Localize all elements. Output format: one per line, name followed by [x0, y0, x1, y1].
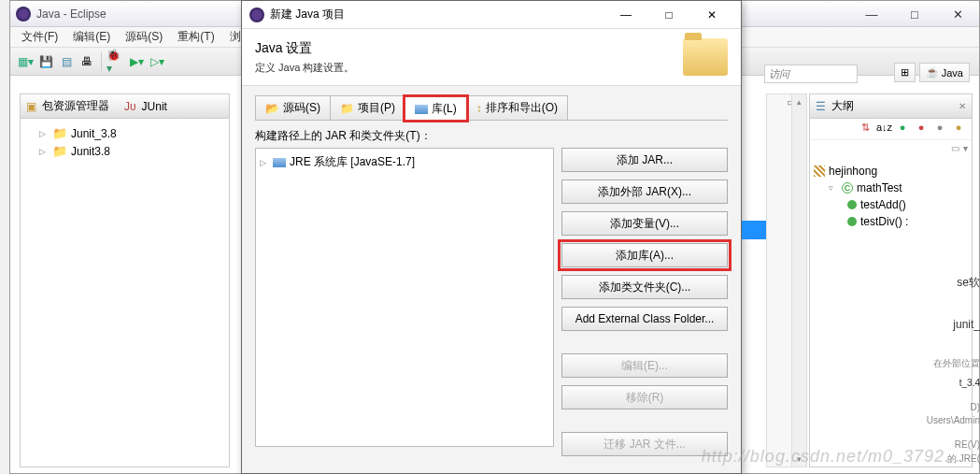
expand-icon[interactable]: ▷: [39, 129, 49, 138]
outline-tree: hejinhong ▿ C mathTest testAdd() testDiv…: [810, 159, 972, 234]
project-icon: 📁: [52, 126, 67, 140]
tab-order-export[interactable]: ↕排序和导出(O): [466, 95, 568, 120]
package-label: hejinhong: [829, 165, 877, 178]
method-node[interactable]: testAdd(): [814, 196, 968, 213]
vertical-scrollbar[interactable]: ▴ ▾: [791, 94, 806, 467]
debug-icon[interactable]: 🐞▾: [107, 52, 125, 71]
dialog-header-text: Java 设置 定义 Java 构建设置。: [255, 40, 354, 75]
junit-tab-icon[interactable]: Jυ: [124, 100, 136, 113]
library-icon: [415, 105, 428, 114]
dialog-header: Java 设置 定义 Java 构建设置。: [242, 29, 741, 86]
edit-button: 编辑(E)...: [561, 353, 728, 378]
close-button[interactable]: ✕: [936, 1, 979, 27]
minimize-button[interactable]: —: [850, 1, 893, 27]
class-label: mathTest: [857, 181, 902, 194]
package-node[interactable]: hejinhong: [814, 163, 968, 180]
expand-icon[interactable]: ▷: [260, 158, 269, 167]
eclipse-icon: [16, 7, 31, 22]
library-icon: [273, 158, 286, 167]
quick-access-input[interactable]: [764, 65, 858, 83]
sort-az-icon[interactable]: a↓z: [876, 122, 891, 136]
outline-icon: ☰: [816, 100, 826, 113]
minimize-view-icon[interactable]: ▭: [951, 143, 959, 153]
dialog-heading: Java 设置: [255, 40, 354, 57]
add-external-jar-button[interactable]: 添加外部 JAR(X)...: [561, 180, 728, 204]
class-icon: C: [842, 182, 853, 194]
public-method-icon: [847, 200, 857, 209]
maximize-button[interactable]: □: [893, 1, 936, 27]
spacer: [561, 338, 728, 346]
package-explorer-view: ▣ 包资源管理器 Jυ JUnit ▷ 📁 Junit_3.8 ▷ 📁 Juni…: [20, 93, 230, 467]
save-icon[interactable]: 💾: [36, 52, 55, 71]
scroll-up-icon[interactable]: ▴: [792, 94, 806, 109]
package-explorer-header: ▣ 包资源管理器 Jυ JUnit: [21, 94, 229, 119]
method-label: testDiv() :: [860, 215, 908, 228]
stray-text: junit_: [953, 318, 980, 331]
jre-label: JRE 系统库 [JavaSE-1.7]: [290, 154, 415, 170]
tab-projects[interactable]: 📁项目(P): [330, 95, 405, 120]
project-item[interactable]: ▷ 📁 Junit3.8: [26, 142, 223, 160]
package-icon: ▣: [26, 100, 36, 113]
menu-refactor[interactable]: 重构(T): [170, 27, 221, 47]
package-explorer-title: 包资源管理器: [42, 98, 109, 114]
close-view-icon[interactable]: ✕: [959, 101, 966, 111]
add-variable-button[interactable]: 添加变量(V)...: [561, 211, 728, 236]
add-library-button[interactable]: 添加库(A)...: [561, 243, 728, 267]
libraries-tree[interactable]: ▷ JRE 系统库 [JavaSE-1.7]: [255, 148, 554, 447]
package-icon: [814, 165, 825, 177]
stray-text: Users\Admin: [927, 415, 980, 425]
stray-text: D): [970, 402, 980, 412]
open-perspective-button[interactable]: ⊞: [894, 63, 916, 82]
hide-static-icon[interactable]: ●: [914, 122, 929, 136]
outline-toolbar: ⇅ a↓z ● ● ● ●: [810, 119, 972, 140]
junit-tab-label[interactable]: JUnit: [142, 100, 167, 113]
hide-fields-icon[interactable]: ●: [895, 122, 910, 136]
add-class-folder-button[interactable]: 添加类文件夹(C)...: [561, 275, 728, 299]
stray-text: se软: [957, 275, 980, 291]
libraries-tab-body: 构建路径上的 JAR 和类文件夹(T)： ▷ JRE 系统库 [JavaSE-1…: [242, 121, 741, 464]
expand-icon[interactable]: ▷: [39, 147, 49, 156]
new-icon[interactable]: ▦▾: [16, 52, 35, 71]
project-label: Junit3.8: [71, 145, 110, 158]
project-icon: 📁: [52, 144, 67, 158]
stray-text: t_3.4: [959, 378, 980, 388]
method-label: testAdd(): [860, 198, 906, 211]
package-tree: ▷ 📁 Junit_3.8 ▷ 📁 Junit3.8: [21, 119, 229, 165]
window-title: Java - Eclipse: [36, 7, 107, 21]
dialog-close-button[interactable]: ✕: [690, 1, 733, 29]
run-icon[interactable]: ▶▾: [127, 52, 146, 71]
menu-file[interactable]: 文件(F): [14, 27, 65, 47]
tab-libraries[interactable]: 库(L): [405, 96, 467, 121]
libraries-area: ▷ JRE 系统库 [JavaSE-1.7] 添加 JAR... 添加外部 JA…: [255, 148, 728, 456]
collapse-icon[interactable]: ▿: [829, 183, 838, 193]
class-node[interactable]: ▿ C mathTest: [814, 180, 968, 196]
java-perspective-button[interactable]: ☕Java: [919, 63, 970, 82]
build-path-tabs: 📂源码(S) 📁项目(P) 库(L) ↕排序和导出(O): [255, 95, 728, 121]
eclipse-icon: [249, 7, 264, 22]
hide-local-icon[interactable]: ●: [951, 122, 966, 136]
tab-source[interactable]: 📂源码(S): [255, 95, 331, 120]
print-icon[interactable]: 🖶: [78, 52, 96, 71]
project-item[interactable]: ▷ 📁 Junit_3.8: [26, 124, 223, 142]
add-external-class-folder-button[interactable]: Add External Class Folder...: [561, 307, 728, 331]
dialog-minimize-button[interactable]: —: [604, 1, 647, 29]
dialog-subheading: 定义 Java 构建设置。: [255, 61, 354, 75]
sort-icon[interactable]: ⇅: [858, 122, 873, 136]
dialog-titlebar[interactable]: 新建 Java 项目 — □ ✕: [242, 1, 741, 29]
menu-view-icon[interactable]: ▾: [963, 143, 968, 153]
method-node[interactable]: testDiv() :: [814, 213, 968, 230]
new-java-project-dialog: 新建 Java 项目 — □ ✕ Java 设置 定义 Java 构建设置。 📂…: [241, 0, 742, 474]
menu-source[interactable]: 源码(S): [118, 27, 170, 47]
dialog-maximize-button[interactable]: □: [647, 1, 690, 29]
save-all-icon[interactable]: ▤: [57, 52, 76, 71]
add-jar-button[interactable]: 添加 JAR...: [561, 148, 728, 172]
editor-area: ▭ □ ▴ ▾: [766, 93, 807, 467]
separator: [101, 52, 102, 71]
menu-edit[interactable]: 编辑(E): [65, 27, 118, 47]
run-last-icon[interactable]: ▷▾: [148, 52, 166, 71]
dialog-title: 新建 Java 项目: [270, 7, 604, 22]
watermark: http://blog.csdn.net/m0_3792...: [702, 447, 961, 467]
hide-nonpublic-icon[interactable]: ●: [932, 122, 947, 136]
folder-graphic-icon: [683, 38, 728, 76]
jre-library-item[interactable]: ▷ JRE 系统库 [JavaSE-1.7]: [260, 152, 549, 172]
